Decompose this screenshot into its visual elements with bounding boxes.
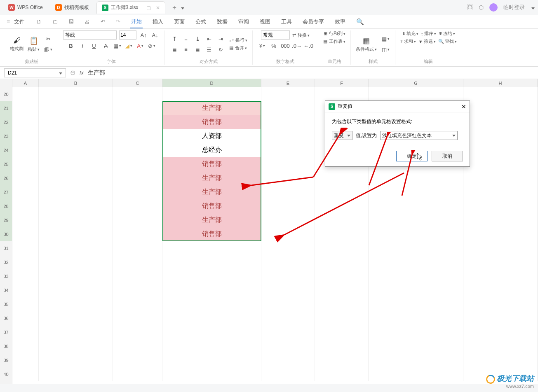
menu-efficiency[interactable]: 效率 [334, 16, 346, 28]
cell[interactable] [12, 353, 39, 367]
cell[interactable]: 销售部 [162, 199, 261, 213]
cell[interactable] [463, 325, 538, 339]
cell[interactable] [261, 241, 315, 255]
qa-print-icon[interactable]: 🖨 [84, 16, 91, 27]
cancel-button[interactable]: 取消 [432, 151, 463, 161]
qa-undo-icon[interactable]: ↶ [100, 16, 106, 27]
cell[interactable] [463, 255, 538, 269]
shrink-font-icon[interactable]: A↓ [150, 30, 160, 40]
cell[interactable] [463, 157, 538, 171]
cell[interactable] [261, 283, 315, 297]
cell[interactable] [162, 269, 261, 283]
cell[interactable] [39, 283, 113, 297]
qa-open-icon[interactable]: 🗀 [52, 16, 59, 27]
col-E[interactable]: E [261, 79, 315, 87]
menu-view[interactable]: 视图 [259, 16, 271, 28]
cell[interactable] [315, 339, 369, 353]
menu-start[interactable]: 开始 [130, 15, 143, 28]
cell[interactable] [113, 269, 162, 283]
duplicate-type-select[interactable]: 重复 [332, 131, 352, 140]
cell[interactable] [315, 213, 369, 227]
cell[interactable] [261, 115, 315, 129]
cell[interactable] [162, 241, 261, 255]
cell[interactable] [463, 241, 538, 255]
align-bottom-icon[interactable]: ⤓ [193, 34, 202, 43]
cell[interactable] [463, 269, 538, 283]
cell[interactable] [261, 101, 315, 115]
cell[interactable] [315, 199, 369, 213]
sort-button[interactable]: ↕排序 [421, 30, 436, 37]
cell[interactable] [113, 171, 162, 185]
currency-icon[interactable]: ¥ [258, 41, 267, 50]
cell[interactable] [369, 297, 463, 311]
cell[interactable] [39, 353, 113, 367]
row-header[interactable]: 31 [0, 241, 12, 255]
italic-icon[interactable]: I [78, 41, 87, 50]
copy-icon[interactable]: 🗐 [44, 45, 53, 54]
cell[interactable] [369, 227, 463, 241]
comma-icon[interactable]: 000 [281, 41, 290, 50]
cell[interactable] [315, 241, 369, 255]
login-label[interactable]: 临时登录 [503, 4, 525, 11]
cell[interactable] [162, 283, 261, 297]
cell[interactable] [12, 213, 39, 227]
cell[interactable] [162, 311, 261, 325]
row-header[interactable]: 26 [0, 171, 12, 185]
paste-button[interactable]: 📋粘贴 [28, 36, 40, 52]
qa-redo-icon[interactable]: ↷ [115, 16, 121, 27]
cell[interactable] [12, 87, 39, 101]
cell[interactable] [12, 101, 39, 115]
cell[interactable] [463, 213, 538, 227]
cell[interactable] [12, 185, 39, 199]
menu-tools[interactable]: 工具 [280, 16, 293, 28]
row-header[interactable]: 32 [0, 255, 12, 269]
cell[interactable] [315, 283, 369, 297]
cell[interactable] [369, 311, 463, 325]
formula-input[interactable] [88, 68, 534, 77]
cell[interactable] [12, 157, 39, 171]
filter-button[interactable]: ▼筛选 [418, 38, 436, 44]
row-header[interactable]: 28 [0, 199, 12, 213]
justify-icon[interactable]: ☰ [204, 45, 214, 54]
cell[interactable] [113, 241, 162, 255]
cell[interactable] [12, 227, 39, 241]
cell[interactable] [12, 283, 39, 297]
cell[interactable] [463, 353, 538, 367]
align-left-icon[interactable]: ≣ [170, 45, 179, 54]
convert-button[interactable]: ⇄转换 [292, 32, 310, 38]
dec-inc-icon[interactable]: .0→ [292, 41, 301, 50]
cell[interactable] [162, 339, 261, 353]
cell[interactable]: 总经办 [162, 143, 261, 157]
row-header[interactable]: 30 [0, 227, 12, 241]
cell[interactable] [463, 87, 538, 101]
font-color-icon[interactable]: A [136, 41, 145, 50]
cell[interactable] [113, 87, 162, 101]
dialog-close-icon[interactable]: ✕ [461, 103, 466, 110]
select-all-corner[interactable] [0, 79, 12, 87]
cell[interactable] [261, 143, 315, 157]
cell[interactable] [261, 367, 315, 381]
dec-dec-icon[interactable]: ←.0 [304, 41, 313, 50]
cell[interactable] [369, 213, 463, 227]
cell[interactable] [113, 325, 162, 339]
cell[interactable] [113, 213, 162, 227]
cell[interactable] [463, 143, 538, 157]
merge-button[interactable]: ▦合并 [229, 45, 247, 51]
cell[interactable] [39, 101, 113, 115]
cell[interactable]: 生产部 [162, 213, 261, 227]
cell[interactable] [261, 353, 315, 367]
file-menu[interactable]: 文件 [5, 13, 26, 30]
col-H[interactable]: H [463, 79, 538, 87]
row-header[interactable]: 34 [0, 283, 12, 297]
cancel-fx-icon[interactable]: ⊖ [70, 69, 75, 77]
wrap-button[interactable]: ⮐换行 [229, 37, 247, 43]
row-header[interactable]: 23 [0, 129, 12, 143]
cell[interactable] [113, 101, 162, 115]
cell[interactable] [369, 171, 463, 185]
cell[interactable] [315, 367, 369, 381]
cell[interactable] [463, 171, 538, 185]
cell[interactable] [39, 311, 113, 325]
cell[interactable]: 销售部 [162, 157, 261, 171]
cell[interactable] [261, 255, 315, 269]
format-select[interactable]: 浅红填充色深红色文本 [380, 131, 458, 140]
